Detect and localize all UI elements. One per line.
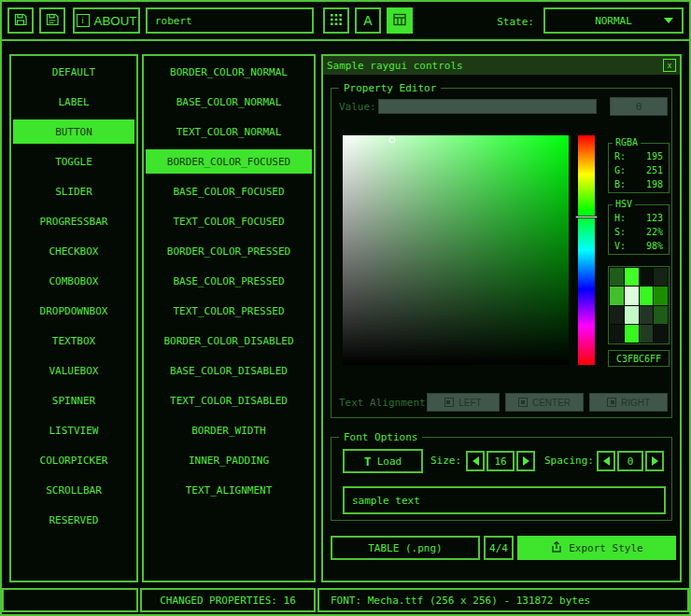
- property-item-selected[interactable]: BORDER_COLOR_FOCUSED: [146, 149, 312, 174]
- chevron-down-icon: [664, 18, 673, 23]
- statusbar-font-info: FONT: Mecha.ttf (256 x 256) - 131872 byt…: [317, 588, 689, 612]
- control-item[interactable]: PROGRESSBAR: [13, 209, 134, 233]
- palette-cell[interactable]: [610, 268, 624, 286]
- save-style-as-button[interactable]: [39, 7, 65, 34]
- control-item[interactable]: DROPDOWNBOX: [13, 299, 134, 323]
- palette-cell[interactable]: [640, 287, 654, 304]
- align-center-button[interactable]: CENTER: [505, 393, 584, 412]
- property-item[interactable]: TEXT_COLOR_FOCUSED: [146, 209, 312, 233]
- hex-color-box[interactable]: C3FBC6FF: [608, 350, 670, 367]
- palette-cell[interactable]: [625, 268, 639, 286]
- palette-cell[interactable]: [654, 268, 668, 286]
- rgba-red-row: R: 195: [614, 149, 663, 163]
- property-item[interactable]: BASE_COLOR_PRESSED: [146, 269, 312, 293]
- info-icon: i: [77, 14, 90, 27]
- palette-cell[interactable]: [640, 268, 654, 286]
- palette-cell[interactable]: [625, 287, 639, 304]
- sample-text-input[interactable]: [343, 486, 666, 514]
- control-item[interactable]: DEFAULT: [13, 60, 134, 84]
- property-item[interactable]: TEXT_COLOR_PRESSED: [146, 299, 312, 323]
- value-label: Value:: [339, 101, 376, 113]
- save-style-button[interactable]: [7, 7, 34, 34]
- property-item[interactable]: BORDER_COLOR_NORMAL: [146, 60, 312, 84]
- palette-cell[interactable]: [625, 325, 639, 343]
- control-item[interactable]: VALUEBOX: [13, 358, 134, 383]
- font-button[interactable]: A: [355, 7, 381, 34]
- value-slider[interactable]: [378, 99, 597, 114]
- export-format-value: TABLE (.png): [368, 542, 442, 554]
- align-left-button[interactable]: LEFT: [427, 393, 500, 412]
- spacing-decrease-button[interactable]: [597, 451, 615, 471]
- palette-cell[interactable]: [625, 306, 639, 324]
- property-item[interactable]: TEXT_ALIGNMENT: [146, 478, 312, 502]
- size-decrease-button[interactable]: [466, 451, 485, 471]
- control-item[interactable]: CHECKBOX: [13, 239, 134, 263]
- color-picker-cursor-icon[interactable]: [389, 136, 396, 143]
- green-value: 251: [646, 165, 663, 175]
- hue-cursor-icon[interactable]: [575, 216, 598, 218]
- value-hsv-label: V:: [614, 241, 626, 251]
- export-style-button[interactable]: Export Style: [517, 536, 676, 560]
- size-increase-button[interactable]: [516, 451, 535, 471]
- font-load-button[interactable]: T Load: [343, 449, 423, 473]
- sample-window-titlebar[interactable]: Sample raygui controls x: [323, 56, 680, 75]
- property-item[interactable]: BORDER_COLOR_DISABLED: [146, 329, 312, 353]
- style-name-input[interactable]: [146, 7, 314, 34]
- control-item-selected[interactable]: BUTTON: [13, 119, 134, 144]
- control-item[interactable]: SLIDER: [13, 179, 134, 203]
- floppy-save-icon: [13, 12, 28, 30]
- palette-cell[interactable]: [640, 306, 654, 324]
- property-item[interactable]: BASE_COLOR_DISABLED: [146, 358, 312, 383]
- control-item[interactable]: COMBOBOX: [13, 269, 134, 293]
- align-left-icon: [444, 398, 454, 407]
- align-center-label: CENTER: [532, 398, 571, 408]
- toolbar: i ABOUT A State:: [2, 2, 689, 41]
- hue-value: 123: [646, 213, 663, 223]
- control-item[interactable]: SCROLLBAR: [13, 478, 134, 502]
- control-item[interactable]: COLORPICKER: [13, 448, 134, 472]
- control-item[interactable]: LABEL: [13, 90, 134, 114]
- export-pages-value[interactable]: 4/4: [484, 536, 514, 560]
- property-item[interactable]: TEXT_COLOR_NORMAL: [146, 119, 312, 144]
- property-item[interactable]: INNER_PADDING: [146, 448, 312, 472]
- property-item[interactable]: BORDER_WIDTH: [146, 418, 312, 442]
- control-item[interactable]: TOGGLE: [13, 149, 134, 174]
- style-table-button[interactable]: [323, 7, 349, 34]
- saturation-value: 22%: [646, 227, 663, 237]
- font-info-text: FONT: Mecha.ttf (256 x 256) - 131872 byt…: [331, 595, 590, 607]
- red-label: R:: [614, 151, 626, 161]
- palette-cell[interactable]: [610, 287, 624, 304]
- size-value[interactable]: 16: [487, 451, 515, 471]
- value-button[interactable]: 0: [610, 97, 668, 116]
- property-item[interactable]: BORDER_COLOR_PRESSED: [146, 239, 312, 263]
- property-item[interactable]: BASE_COLOR_FOCUSED: [146, 179, 312, 203]
- palette-cell[interactable]: [610, 325, 624, 343]
- property-item[interactable]: BASE_COLOR_NORMAL: [146, 90, 312, 114]
- palette-cell[interactable]: [654, 325, 668, 343]
- about-button[interactable]: i ABOUT: [73, 7, 140, 34]
- control-item[interactable]: TEXTBOX: [13, 329, 134, 353]
- control-item[interactable]: LISTVIEW: [13, 418, 134, 442]
- font-options-group: Font Options T Load Size: 16 Spacing: 0: [331, 437, 672, 521]
- control-item[interactable]: SPINNER: [13, 388, 134, 413]
- palette-cell[interactable]: [654, 306, 668, 324]
- state-dropdown[interactable]: NORMAL: [543, 7, 684, 34]
- floppy-save-as-icon: [45, 12, 60, 30]
- align-right-button[interactable]: RIGHT: [589, 393, 668, 412]
- spacing-increase-button[interactable]: [645, 451, 664, 471]
- export-arrow-icon: [550, 540, 563, 556]
- show-style-table-button[interactable]: [387, 7, 413, 34]
- palette-cell[interactable]: [654, 287, 668, 304]
- hue-bar[interactable]: [578, 135, 595, 365]
- statusbar-left: [2, 588, 138, 612]
- export-format-dropdown[interactable]: TABLE (.png): [331, 536, 480, 560]
- color-panel-picker[interactable]: [343, 135, 569, 365]
- palette-cell[interactable]: [640, 325, 654, 343]
- palette-cell[interactable]: [610, 306, 624, 324]
- property-item[interactable]: TEXT_COLOR_DISABLED: [146, 388, 312, 413]
- sample-window-title: Sample raygui controls: [327, 60, 463, 72]
- table-view-icon: [392, 12, 407, 30]
- spacing-value[interactable]: 0: [617, 451, 643, 471]
- close-icon[interactable]: x: [663, 59, 676, 72]
- control-item[interactable]: RESERVED: [13, 508, 134, 532]
